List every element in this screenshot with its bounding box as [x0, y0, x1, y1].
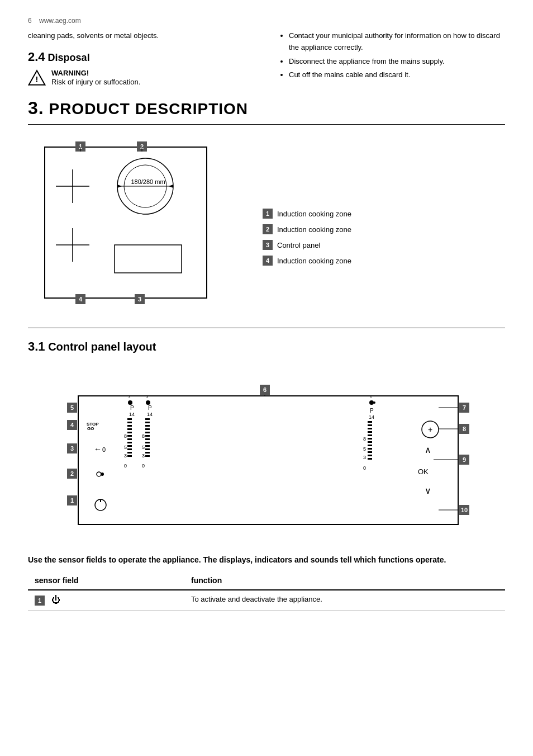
svg-rect-62	[127, 438, 132, 440]
svg-text:°: °	[146, 396, 149, 401]
svg-rect-67	[127, 455, 132, 457]
bullet-2: Disconnect the appliance from the mains …	[289, 56, 505, 68]
svg-rect-101	[368, 424, 372, 426]
product-diagram-section: 1 2 180/280 mm 4	[28, 136, 505, 328]
svg-rect-76	[145, 425, 150, 427]
cleaning-pads-text: cleaning pads, solvents or metal objects…	[28, 30, 255, 41]
svg-rect-110	[368, 455, 372, 456]
svg-rect-94	[168, 407, 318, 519]
legend-badge-2: 2	[263, 224, 273, 234]
svg-rect-111	[368, 458, 372, 460]
legend-item-3: 3 Control panel	[263, 240, 505, 250]
legend-label-2: Induction cooking zone	[277, 225, 351, 234]
svg-text:P: P	[130, 405, 134, 411]
svg-rect-77	[145, 428, 150, 430]
svg-text:3: 3	[138, 296, 141, 303]
page-number: 6	[28, 17, 32, 25]
svg-text:4: 4	[70, 422, 74, 428]
legend-label-4: Induction cooking zone	[277, 257, 351, 265]
svg-text:GO: GO	[87, 426, 94, 431]
svg-text:°: °	[370, 396, 372, 401]
svg-point-97	[373, 401, 375, 404]
svg-rect-57	[127, 422, 132, 423]
svg-text:OK: OK	[418, 467, 429, 476]
page-header: 6 www.aeg.com	[28, 17, 505, 25]
svg-rect-85	[145, 455, 150, 457]
svg-text:5: 5	[363, 446, 366, 452]
svg-point-49	[97, 472, 101, 476]
bullet-3: Cut off the mains cable and discard it.	[289, 69, 505, 81]
svg-text:0: 0	[102, 446, 106, 453]
svg-rect-100	[368, 421, 372, 423]
svg-rect-109	[368, 451, 372, 453]
svg-text:P: P	[148, 405, 152, 411]
svg-text:0: 0	[363, 465, 366, 471]
svg-rect-58	[127, 425, 132, 427]
svg-rect-80	[145, 438, 150, 440]
svg-rect-61	[127, 435, 132, 437]
svg-rect-75	[145, 422, 150, 423]
svg-rect-81	[145, 442, 150, 443]
svg-text:+: +	[428, 425, 432, 434]
svg-rect-78	[145, 432, 150, 433]
top-left-content: cleaning pads, solvents or metal objects…	[28, 30, 255, 87]
svg-rect-74	[145, 418, 150, 420]
svg-rect-103	[368, 431, 372, 433]
svg-rect-83	[145, 448, 150, 450]
table-function-cell: To activate and deactivate the appliance…	[184, 590, 505, 611]
svg-text:10: 10	[461, 507, 468, 513]
svg-text:8: 8	[363, 436, 366, 442]
svg-rect-82	[145, 445, 150, 447]
warning-label: WARNING!	[51, 69, 140, 77]
svg-rect-60	[127, 432, 132, 433]
legend-label-3: Control panel	[277, 241, 320, 249]
svg-text:14: 14	[369, 414, 374, 420]
svg-text:3: 3	[363, 455, 366, 460]
bullet-1: Contact your municipal authority for inf…	[289, 30, 505, 54]
product-diagram-svg: 1 2 180/280 mm 4	[28, 136, 229, 315]
diagram-container: 1 2 180/280 mm 4	[28, 136, 240, 316]
svg-text:0: 0	[142, 463, 145, 469]
table-header-row: sensor field function	[28, 571, 505, 590]
svg-rect-102	[368, 428, 372, 429]
legend-label-1: Induction cooking zone	[277, 210, 351, 218]
sensor-table: sensor field function 1 ⏻ To activate an…	[28, 571, 505, 611]
col-function-header: function	[184, 571, 505, 590]
legend-badge-4: 4	[263, 256, 273, 266]
svg-rect-84	[145, 452, 150, 453]
svg-marker-13	[117, 185, 122, 188]
col-sensor-header: sensor field	[28, 571, 184, 590]
control-panel-area: 6 5 4 3 2 1 7 8 9 10	[28, 362, 505, 543]
svg-text:←: ←	[94, 445, 102, 453]
svg-rect-2	[45, 147, 207, 298]
svg-text:9: 9	[463, 456, 466, 463]
svg-text:14: 14	[147, 412, 153, 417]
warning-text: WARNING! Risk of injury or suffocation.	[51, 69, 140, 86]
svg-marker-14	[169, 185, 173, 188]
top-section: cleaning pads, solvents or metal objects…	[28, 30, 505, 87]
legend: 1 Induction cooking zone 2 Induction coo…	[263, 136, 505, 316]
svg-rect-105	[368, 438, 372, 440]
warning-box: ! WARNING! Risk of injury or suffocation…	[28, 69, 255, 87]
svg-text:°: °	[129, 396, 131, 401]
legend-badge-1: 1	[263, 209, 273, 219]
table-sensor-cell: 1 ⏻	[28, 590, 184, 611]
section-24-heading: 2.4 Disposal	[28, 50, 255, 64]
svg-text:8: 8	[142, 433, 145, 439]
table-row-badge: 1	[35, 596, 45, 606]
top-right-content: Contact your municipal authority for inf…	[278, 30, 505, 87]
legend-badge-3: 3	[263, 240, 273, 250]
table-row: 1 ⏻ To activate and deactivate the appli…	[28, 590, 505, 611]
control-panel-svg: 6 5 4 3 2 1 7 8 9 10	[28, 362, 514, 541]
svg-rect-56	[127, 418, 132, 420]
svg-text:∨: ∨	[425, 486, 431, 495]
svg-rect-104	[368, 434, 372, 436]
svg-text:3: 3	[70, 445, 74, 452]
svg-text:6: 6	[263, 386, 266, 393]
svg-rect-106	[368, 441, 372, 443]
svg-rect-63	[127, 442, 132, 443]
svg-text:7: 7	[463, 404, 466, 411]
svg-rect-64	[127, 445, 132, 447]
svg-rect-66	[127, 452, 132, 453]
svg-rect-65	[127, 448, 132, 450]
